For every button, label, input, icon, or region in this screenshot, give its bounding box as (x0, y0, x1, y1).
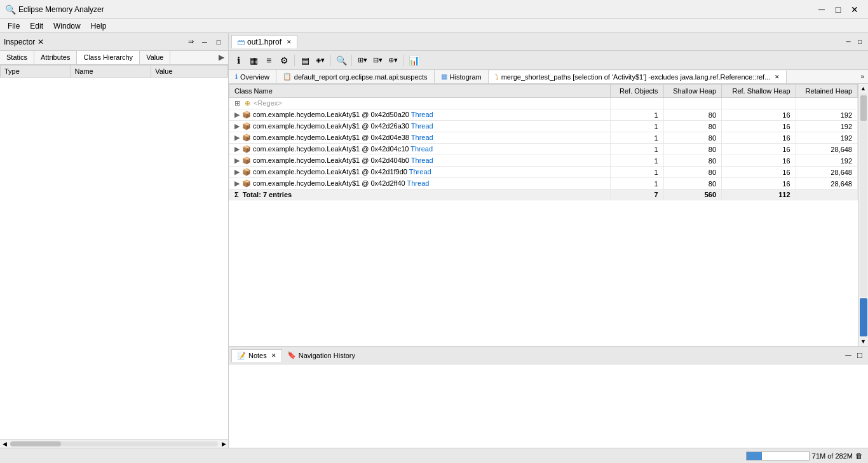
results-table: Class Name Ref. Objects Shallow Heap Ref… (229, 84, 858, 200)
scroll-thumb[interactable] (10, 441, 61, 446)
scroll-up-btn[interactable]: ▲ (859, 84, 867, 93)
row-retained-heap: 192 (796, 155, 857, 167)
toolbar-btn10[interactable]: ⊕▾ (386, 53, 400, 67)
row-expand-arrow[interactable]: ▶ (234, 179, 240, 187)
inspector-minimize-btn[interactable]: ─ (199, 36, 210, 48)
toolbar-btn5[interactable]: ▤ (298, 53, 312, 67)
data-section: Class Name Ref. Objects Shallow Heap Ref… (229, 84, 868, 346)
inspector-forward-btn[interactable]: ⇒ (185, 36, 196, 48)
menu-bar: File Edit Window Help (0, 19, 868, 33)
close-button[interactable]: ✕ (846, 3, 863, 16)
bottom-tab-bar: 📝 Notes ✕ 🔖 Navigation History ─ □ (229, 347, 868, 364)
toolbar-chart-btn[interactable]: 📊 (407, 53, 421, 67)
menu-file[interactable]: File (3, 20, 25, 32)
nav-icon: 🔖 (287, 351, 296, 359)
row-shallow-heap: 80 (663, 144, 721, 155)
row-thread-link[interactable]: Thread (411, 156, 433, 164)
inspector-panel: Inspector ✕ ⇒ ─ □ Statics Attributes Cla… (0, 33, 229, 448)
minimize-button[interactable]: ─ (813, 3, 830, 16)
toolbar-search-btn[interactable]: 🔍 (334, 53, 348, 67)
file-tab-close[interactable]: ✕ (287, 39, 292, 45)
menu-window[interactable]: Window (48, 20, 86, 32)
tab-value[interactable]: Value (140, 51, 170, 64)
bottom-maximize-btn[interactable]: □ (854, 350, 865, 361)
tab-attributes[interactable]: Attributes (34, 51, 77, 64)
col-type: Type (1, 66, 71, 78)
table-row: ▶📦com.example.hcydemo.LeakAty$1 @ 0x42d0… (229, 144, 858, 155)
scroll-track[interactable] (10, 441, 218, 446)
toolbar-btn6[interactable]: ◈▾ (313, 53, 327, 67)
col-shallow-heap: Shallow Heap (663, 85, 721, 98)
toolbar-oql-btn[interactable]: ≡ (262, 53, 276, 67)
total-retained-heap (796, 190, 857, 200)
maximize-button[interactable]: □ (830, 3, 846, 16)
row-expand-arrow[interactable]: ▶ (234, 134, 240, 141)
total-label: Σ Total: 7 entries (229, 190, 611, 200)
row-expand-arrow[interactable]: ▶ (234, 122, 240, 130)
tab-statics[interactable]: Statics (0, 51, 34, 64)
analysis-tab-expand-btn[interactable]: » (857, 72, 868, 81)
scroll-down-btn[interactable]: ▼ (859, 337, 867, 346)
tab-class-hierarchy[interactable]: Class Hierarchy (77, 51, 140, 64)
toolbar-sep-4 (403, 55, 403, 66)
regex-shallow (663, 98, 721, 109)
table-row: ▶📦com.example.hcydemo.LeakAty$1 @ 0x42d2… (229, 178, 858, 190)
file-tab-max-btn[interactable]: □ (854, 36, 865, 48)
row-obj-icon: 📦 (242, 179, 251, 187)
file-tab-min-btn[interactable]: ─ (843, 36, 854, 48)
left-horizontal-scrollbar[interactable]: ◀ ▶ (0, 439, 228, 448)
gc-button[interactable]: 🗑 (855, 452, 863, 460)
toolbar-btn8[interactable]: ⊞▾ (355, 53, 369, 67)
inspector-go-icon[interactable]: ▶ (215, 51, 228, 64)
row-ref-objects: 1 (611, 178, 664, 190)
file-tab-bar: 🗃 out1.hprof ✕ ─ □ (229, 33, 868, 51)
inspector-maximize-btn[interactable]: □ (213, 36, 224, 48)
row-retained-heap: 28,648 (796, 144, 857, 155)
scroll-thumb-v[interactable] (860, 95, 867, 121)
tab-histogram[interactable]: ▦ Histogram (435, 70, 489, 83)
table-row: ▶📦com.example.hcydemo.LeakAty$1 @ 0x42d0… (229, 132, 858, 144)
app-title: Eclipse Memory Analyzer (18, 5, 813, 14)
menu-help[interactable]: Help (86, 20, 112, 32)
tab-nav-history[interactable]: 🔖 Navigation History (282, 349, 360, 361)
tab-merge-shortest[interactable]: ⤵ merge_shortest_paths [selection of 'Ac… (489, 71, 787, 83)
row-thread-link[interactable]: Thread (411, 111, 433, 118)
row-class-text: com.example.hcydemo.LeakAty$1 @ 0x42d50a… (253, 111, 409, 118)
histogram-icon: ▦ (441, 73, 447, 81)
toolbar-histogram-btn[interactable]: ▦ (247, 53, 261, 67)
row-thread-link[interactable]: Thread (411, 134, 433, 141)
tab-overview[interactable]: ℹ Overview (229, 70, 276, 83)
menu-edit[interactable]: Edit (25, 20, 48, 32)
merge-close-btn[interactable]: ✕ (775, 74, 780, 80)
row-expand-arrow[interactable]: ▶ (234, 145, 240, 153)
memory-bar (746, 452, 810, 460)
toolbar-gear-btn[interactable]: ⚙ (277, 53, 291, 67)
row-shallow-heap: 80 (663, 167, 721, 178)
row-class-text: com.example.hcydemo.LeakAty$1 @ 0x42d26a… (253, 122, 409, 130)
bottom-minimize-btn[interactable]: ─ (843, 350, 854, 361)
tab-default-report[interactable]: 📋 default_report org.eclipse.mat.api:sus… (276, 70, 435, 83)
regex-expand-icon[interactable]: ⊞ (234, 99, 240, 107)
scroll-track-v[interactable] (860, 93, 867, 297)
scroll-left-arrow[interactable]: ◀ (0, 439, 9, 448)
default-report-label: default_report org.eclipse.mat.api:suspe… (294, 73, 428, 81)
row-expand-arrow[interactable]: ▶ (234, 111, 240, 118)
toolbar-btn9[interactable]: ⊟▾ (370, 53, 384, 67)
row-thread-link[interactable]: Thread (407, 179, 430, 187)
col-name: Name (71, 66, 151, 78)
row-retained-heap: 192 (796, 109, 857, 121)
row-thread-link[interactable]: Thread (411, 122, 433, 130)
tab-notes[interactable]: 📝 Notes ✕ (231, 349, 282, 362)
scroll-right-arrow[interactable]: ▶ (219, 439, 228, 448)
row-shallow-heap: 80 (663, 178, 721, 190)
row-expand-arrow[interactable]: ▶ (234, 156, 240, 164)
row-expand-arrow[interactable]: ▶ (234, 168, 240, 176)
row-thread-link[interactable]: Thread (410, 145, 433, 153)
row-ref-shallow-heap: 16 (722, 109, 796, 121)
row-thread-link[interactable]: Thread (409, 168, 431, 176)
toolbar-info-btn[interactable]: ℹ (231, 53, 245, 67)
memory-fill (747, 452, 763, 460)
file-tab-hprof[interactable]: 🗃 out1.hprof ✕ (231, 35, 297, 48)
right-vertical-scrollbar[interactable]: ▲ ▼ (858, 84, 868, 346)
notes-close[interactable]: ✕ (271, 352, 276, 359)
